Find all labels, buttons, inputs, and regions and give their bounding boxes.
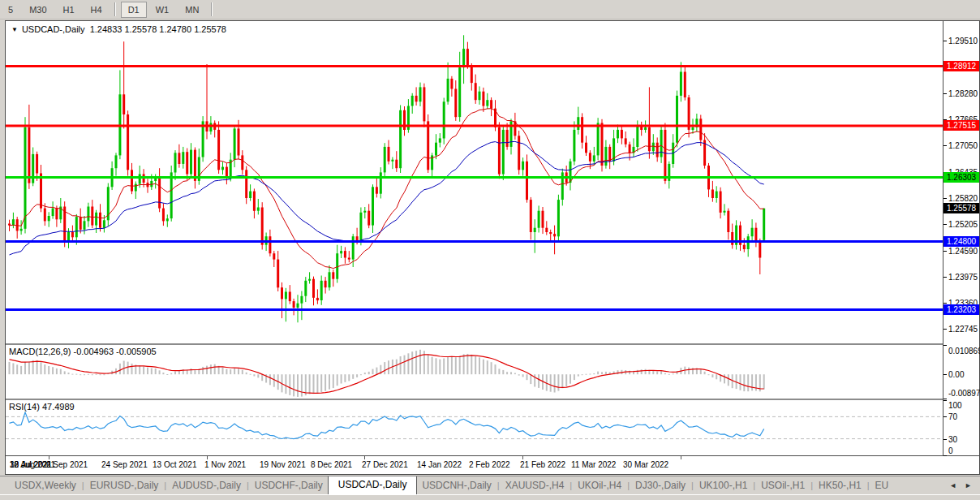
price-tick-label: 1.29510 bbox=[948, 37, 978, 45]
date-label: 2 Feb 2022 bbox=[469, 460, 510, 469]
price-tick-label: 1.28280 bbox=[948, 89, 978, 98]
tab-ukoil-h4[interactable]: UKOil-,H4 bbox=[573, 477, 626, 494]
price-axis: 1.295101.282801.276651.270501.264351.258… bbox=[943, 21, 979, 455]
ma-fast-line bbox=[10, 109, 764, 269]
date-label: 21 Feb 2022 bbox=[520, 460, 565, 469]
symbol-period-label: USDCAD-,Daily bbox=[22, 24, 85, 34]
chart-menu-icon[interactable]: ▼ bbox=[11, 26, 18, 33]
macd-tick-mark bbox=[943, 374, 947, 375]
timeframe-button-mn[interactable]: MN bbox=[178, 2, 206, 18]
tab-eu[interactable]: EU bbox=[870, 477, 894, 494]
price-tick-label: 1.25820 bbox=[948, 194, 978, 203]
chart-window: ▼USDCAD-,Daily 1.24833 1.25578 1.24780 1… bbox=[5, 20, 980, 475]
tab-scroll-right-icon[interactable]: ► bbox=[965, 481, 972, 489]
chart-title: ▼USDCAD-,Daily 1.24833 1.25578 1.24780 1… bbox=[11, 24, 226, 34]
price-badge-1.25578: 1.25578 bbox=[943, 203, 979, 213]
date-label: 14 Jan 2022 bbox=[417, 460, 462, 469]
date-label: 30 Mar 2022 bbox=[623, 460, 668, 469]
timeframe-toolbar: 5M30H1H4D1W1MN bbox=[0, 0, 980, 19]
rsi-tick-label: 0 bbox=[948, 446, 953, 455]
date-tick-mark bbox=[681, 456, 681, 459]
macd-signal-line bbox=[10, 355, 764, 394]
tab-hk50-h1[interactable]: HK50-,H1 bbox=[814, 477, 866, 494]
rsi-tick-label: 100 bbox=[948, 401, 962, 410]
timeframe-button-h1[interactable]: H1 bbox=[56, 2, 82, 18]
date-label: 6 Sep 2021 bbox=[46, 460, 88, 469]
rsi-tick-mark bbox=[943, 439, 947, 440]
toolbar-separator bbox=[211, 2, 213, 16]
tab-scroll-arrows: ◄► bbox=[944, 481, 980, 494]
rsi-tick-mark bbox=[943, 400, 947, 401]
tab-usoil-h1[interactable]: USOil-,H1 bbox=[756, 477, 810, 494]
price-tick-mark bbox=[943, 277, 947, 278]
trading-terminal: 5M30H1H4D1W1MN ▼USDCAD-,Daily 1.24833 1.… bbox=[0, 0, 980, 500]
status-bar bbox=[0, 494, 980, 500]
price-tick-label: 1.25205 bbox=[948, 220, 978, 229]
price-badge-1.27515: 1.27515 bbox=[943, 120, 979, 131]
price-tick-label: 1.27050 bbox=[948, 141, 978, 150]
date-axis: 12 Jul 202130 Jul 202118 Aug 20216 Sep 2… bbox=[6, 456, 979, 474]
date-label: 13 Oct 2021 bbox=[153, 460, 196, 469]
date-tick-mark bbox=[364, 456, 365, 459]
timeframe-button-w1[interactable]: W1 bbox=[148, 2, 177, 18]
tab-scroll-left-icon[interactable]: ◄ bbox=[949, 481, 956, 489]
macd-indicator-label: MACD(12,26,9) -0.004963 -0.005905 bbox=[9, 347, 157, 356]
ma-slow-line bbox=[10, 141, 764, 255]
date-label: 27 Dec 2021 bbox=[362, 460, 408, 469]
rsi-indicator-label: RSI(14) 47.4989 bbox=[9, 402, 75, 412]
tab-eurusd-daily[interactable]: EURUSD-,Daily bbox=[85, 477, 164, 494]
price-tick-mark bbox=[943, 224, 947, 225]
tab-dj30-daily[interactable]: DJ30-,Daily bbox=[630, 477, 690, 494]
date-label: 11 Mar 2022 bbox=[571, 460, 616, 469]
date-label: 8 Dec 2021 bbox=[311, 460, 352, 469]
price-badge-1.26303: 1.26303 bbox=[943, 172, 979, 183]
price-tick-mark bbox=[943, 93, 947, 94]
timeframe-button-m30[interactable]: M30 bbox=[22, 2, 54, 18]
date-label: 24 Sep 2021 bbox=[101, 460, 148, 469]
price-tick-mark bbox=[943, 41, 947, 41]
tab-uk100-h1[interactable]: UK100-,H1 bbox=[694, 477, 752, 494]
price-tick-label: 1.23975 bbox=[948, 273, 978, 282]
tab-audusd-daily[interactable]: AUDUSD-,Daily bbox=[167, 477, 246, 494]
rsi-tick-label: 30 bbox=[948, 435, 957, 444]
date-tick-mark bbox=[49, 456, 49, 459]
macd-tick-mark bbox=[943, 399, 947, 399]
date-tick-mark bbox=[207, 456, 208, 459]
macd-tick-label: 0.00 bbox=[948, 370, 964, 379]
macd-tick-label: 0.010869 bbox=[948, 347, 980, 356]
price-tick-mark bbox=[943, 145, 947, 146]
rsi-line bbox=[10, 412, 764, 439]
price-tick-mark bbox=[943, 329, 947, 330]
price-tick-mark bbox=[943, 251, 947, 252]
timeframe-button-5[interactable]: 5 bbox=[1, 2, 20, 18]
rsi-tick-label: 70 bbox=[948, 412, 957, 421]
price-badge-1.28912: 1.28912 bbox=[943, 61, 979, 71]
date-tick-mark bbox=[522, 456, 523, 459]
rsi-tick-mark bbox=[943, 416, 947, 417]
macd-tick-label: -0.008974 bbox=[948, 389, 980, 398]
timeframe-button-d1[interactable]: D1 bbox=[121, 2, 147, 18]
price-badge-1.24800: 1.24800 bbox=[943, 236, 979, 247]
tab-usdx-weekly[interactable]: USDX,Weekly bbox=[10, 477, 81, 494]
ohlc-quote-label: 1.24833 1.25578 1.24780 1.25578 bbox=[90, 24, 226, 34]
price-pane-chart[interactable] bbox=[6, 21, 943, 343]
date-label: 1 Nov 2021 bbox=[204, 460, 246, 469]
price-tick-mark bbox=[943, 198, 947, 199]
price-tick-label: 1.24590 bbox=[948, 247, 978, 256]
tab-usdcnh-daily[interactable]: USDCNH-,Daily bbox=[417, 477, 496, 494]
timeframe-button-h4[interactable]: H4 bbox=[84, 2, 110, 18]
toolbar-separator bbox=[114, 2, 116, 16]
tab-xauusd-h4[interactable]: XAUUSD-,H4 bbox=[501, 477, 570, 494]
tab-usdchf-daily[interactable]: USDCHF-,Daily bbox=[250, 477, 328, 494]
date-label: 19 Nov 2021 bbox=[260, 460, 306, 469]
price-tick-mark bbox=[943, 303, 947, 304]
price-badge-1.23203: 1.23203 bbox=[943, 304, 979, 315]
tab-usdcad-daily[interactable]: USDCAD-,Daily bbox=[328, 476, 418, 494]
price-tick-label: 1.22745 bbox=[948, 325, 978, 334]
rsi-pane-chart[interactable] bbox=[6, 400, 943, 455]
symbol-tab-bar: USDX,Weekly|EURUSD-,Daily|AUDUSD-,Daily|… bbox=[0, 476, 980, 494]
macd-tick-mark bbox=[943, 345, 947, 346]
